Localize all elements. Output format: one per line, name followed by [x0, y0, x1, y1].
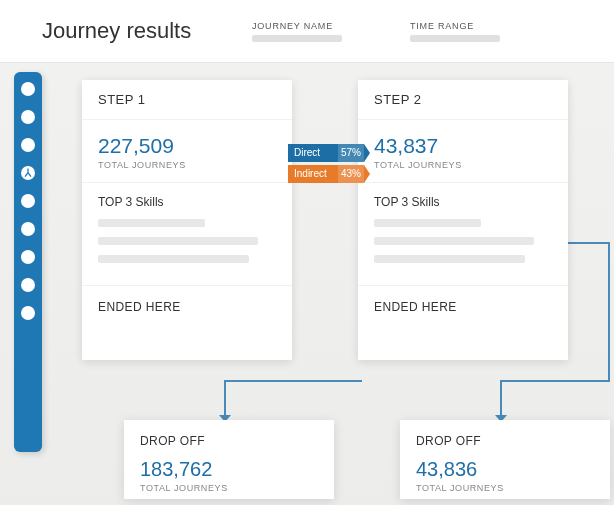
step-value-label: TOTAL JOURNEYS	[98, 160, 276, 170]
direct-tag[interactable]: Direct 57%	[288, 144, 364, 162]
indirect-pct: 43%	[338, 165, 364, 183]
skill-placeholder	[374, 237, 534, 245]
connector-line	[608, 242, 610, 380]
dropoff-card-2[interactable]: DROP OFF 43,836 TOTAL JOURNEYS	[400, 420, 610, 499]
step-value: 227,509	[98, 134, 276, 158]
connector-line	[500, 380, 610, 382]
indirect-tag[interactable]: Indirect 43%	[288, 165, 364, 183]
rail-step[interactable]	[21, 82, 35, 96]
step-value-label: TOTAL JOURNEYS	[374, 160, 552, 170]
connector-line	[224, 380, 362, 382]
direct-label: Direct	[288, 144, 338, 162]
branch-icon	[22, 167, 34, 179]
dropoff-value-label: TOTAL JOURNEYS	[140, 483, 318, 493]
journey-name-value-placeholder	[252, 35, 342, 42]
rail-step[interactable]	[21, 306, 35, 320]
step-value: 43,837	[374, 134, 552, 158]
dropoff-title: DROP OFF	[140, 434, 318, 448]
dropoff-title: DROP OFF	[416, 434, 594, 448]
ended-here-label: ENDED HERE	[358, 286, 568, 328]
connector-line	[224, 380, 226, 420]
connector-line	[500, 380, 502, 420]
skill-placeholder	[374, 255, 525, 263]
skills-title: TOP 3 Skills	[374, 195, 552, 209]
direct-pct: 57%	[338, 144, 364, 162]
stage: STEP 1 227,509 TOTAL JOURNEYS TOP 3 Skil…	[60, 72, 606, 505]
journey-name-field[interactable]: JOURNEY NAME	[252, 21, 402, 42]
step-title: STEP 1	[98, 92, 276, 107]
skill-placeholder	[98, 255, 249, 263]
skills-title: TOP 3 Skills	[98, 195, 276, 209]
rail-step[interactable]	[21, 250, 35, 264]
transition-tags: Direct 57% Indirect 43%	[288, 144, 364, 186]
ended-here-label: ENDED HERE	[82, 286, 292, 328]
journey-name-label: JOURNEY NAME	[252, 21, 402, 31]
step-rail	[14, 72, 42, 452]
dropoff-card-1[interactable]: DROP OFF 183,762 TOTAL JOURNEYS	[124, 420, 334, 499]
header: Journey results JOURNEY NAME TIME RANGE	[0, 0, 614, 62]
indirect-label: Indirect	[288, 165, 338, 183]
dropoff-value-label: TOTAL JOURNEYS	[416, 483, 594, 493]
time-range-field[interactable]: TIME RANGE	[410, 21, 560, 42]
step-card-1[interactable]: STEP 1 227,509 TOTAL JOURNEYS TOP 3 Skil…	[82, 80, 292, 360]
dropoff-value: 183,762	[140, 458, 318, 481]
connector-line	[568, 242, 610, 244]
rail-step[interactable]	[21, 278, 35, 292]
time-range-label: TIME RANGE	[410, 21, 560, 31]
rail-step[interactable]	[21, 138, 35, 152]
step-title: STEP 2	[374, 92, 552, 107]
step-card-2[interactable]: STEP 2 43,837 TOTAL JOURNEYS TOP 3 Skill…	[358, 80, 568, 360]
time-range-value-placeholder	[410, 35, 500, 42]
rail-step[interactable]	[21, 194, 35, 208]
page-title: Journey results	[42, 18, 252, 44]
dropoff-value: 43,836	[416, 458, 594, 481]
rail-step[interactable]	[21, 110, 35, 124]
rail-step-active[interactable]	[21, 166, 35, 180]
skill-placeholder	[98, 219, 205, 227]
rail-step[interactable]	[21, 222, 35, 236]
skill-placeholder	[374, 219, 481, 227]
skill-placeholder	[98, 237, 258, 245]
